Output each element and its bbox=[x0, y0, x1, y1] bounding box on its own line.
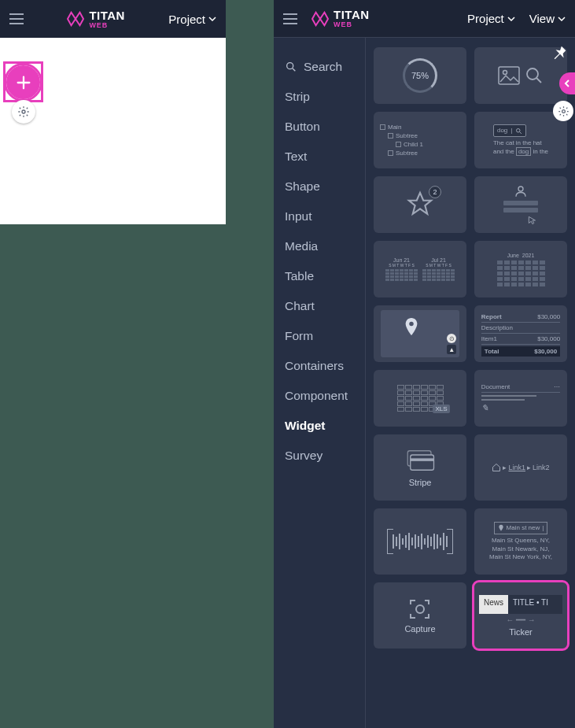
hamburger-icon[interactable] bbox=[283, 13, 297, 24]
category-survey[interactable]: Survey bbox=[285, 441, 365, 471]
user-icon bbox=[514, 184, 528, 198]
settings-button-left[interactable] bbox=[12, 100, 35, 124]
svg-rect-13 bbox=[411, 458, 434, 461]
svg-point-4 bbox=[503, 71, 507, 75]
gear-icon bbox=[17, 105, 30, 118]
view-dropdown[interactable]: View bbox=[529, 12, 566, 25]
image-icon bbox=[498, 66, 520, 85]
widget-grid: 75% Main Subtree Child 1 Subtree dog| bbox=[366, 38, 575, 728]
chevron-down-icon bbox=[558, 17, 566, 21]
settings-button-right[interactable] bbox=[553, 101, 573, 121]
cursor-icon bbox=[527, 215, 538, 226]
left-header: TITAN WEB Project bbox=[0, 0, 226, 38]
category-table[interactable]: Table bbox=[285, 261, 365, 291]
svg-line-8 bbox=[520, 131, 522, 133]
category-strip[interactable]: Strip bbox=[285, 82, 365, 112]
svg-rect-12 bbox=[411, 455, 434, 470]
pin-icon bbox=[551, 44, 569, 61]
right-panel: TITAN WEB Project View Search Strip Butt… bbox=[274, 0, 575, 728]
svg-point-5 bbox=[527, 68, 538, 79]
widget-login[interactable] bbox=[474, 176, 567, 233]
widget-label: Stripe bbox=[409, 478, 432, 487]
project-dropdown[interactable]: Project bbox=[467, 12, 515, 25]
widget-tree[interactable]: Main Subtree Child 1 Subtree bbox=[374, 112, 466, 168]
category-shape[interactable]: Shape bbox=[285, 172, 365, 201]
category-chart[interactable]: Chart bbox=[285, 291, 365, 321]
svg-point-14 bbox=[416, 605, 424, 613]
widget-label: Ticker bbox=[509, 627, 533, 637]
logo-icon bbox=[67, 11, 84, 27]
hamburger-icon[interactable] bbox=[9, 13, 24, 24]
search-icon bbox=[515, 127, 522, 135]
add-button[interactable] bbox=[6, 65, 40, 99]
canvas[interactable] bbox=[0, 38, 226, 224]
logo: TITAN WEB bbox=[67, 9, 125, 29]
logo-icon bbox=[311, 11, 329, 27]
plus-icon bbox=[15, 74, 32, 91]
widget-ticker[interactable]: News TITLE • TI ← ━━ → Ticker bbox=[474, 582, 567, 649]
widget-breadcrumb[interactable]: ▸Link1▸Link2 bbox=[474, 434, 567, 501]
chevron-left-icon bbox=[564, 79, 570, 88]
chevron-down-icon bbox=[507, 17, 515, 21]
widget-stripe[interactable]: Stripe bbox=[374, 434, 466, 501]
category-text[interactable]: Text bbox=[285, 142, 365, 172]
category-form[interactable]: Form bbox=[285, 321, 365, 351]
project-dropdown[interactable]: Project bbox=[168, 13, 216, 26]
chevron-down-icon bbox=[208, 17, 216, 21]
home-icon bbox=[492, 463, 501, 472]
svg-point-0 bbox=[22, 110, 25, 113]
pin-button[interactable] bbox=[551, 44, 569, 61]
svg-point-7 bbox=[517, 128, 521, 132]
widget-label: Capture bbox=[404, 624, 435, 634]
logo: TITAN WEB bbox=[311, 9, 370, 28]
widget-document[interactable]: Document⋯ ✎ bbox=[474, 370, 567, 427]
gear-icon bbox=[558, 105, 569, 117]
widget-date-range[interactable]: Jun 21 S M T W T F S Jul 21 S M T W T F … bbox=[374, 241, 466, 297]
logo-subtext: WEB bbox=[89, 21, 125, 29]
logo-subtext: WEB bbox=[334, 20, 370, 28]
map-pin-icon bbox=[403, 316, 420, 338]
logo-text: TITAN bbox=[89, 9, 125, 21]
svg-line-6 bbox=[536, 78, 541, 83]
widget-spreadsheet[interactable]: XLS bbox=[374, 370, 466, 427]
logo-text: TITAN bbox=[334, 9, 370, 20]
category-media[interactable]: Media bbox=[285, 231, 365, 261]
category-search[interactable]: Search bbox=[285, 52, 365, 82]
widget-map[interactable]: ⊙ ▲ bbox=[374, 305, 466, 362]
widget-calendar[interactable]: June 2021 bbox=[474, 241, 567, 297]
widget-capture[interactable]: Capture bbox=[374, 582, 466, 649]
category-list: Search Strip Button Text Shape Input Med… bbox=[274, 38, 366, 728]
search-icon bbox=[285, 61, 297, 73]
progress-ring-icon: 75% bbox=[403, 58, 437, 93]
category-containers[interactable]: Containers bbox=[285, 351, 365, 381]
map-pin-icon bbox=[498, 524, 504, 532]
widget-rating[interactable]: 2 bbox=[374, 176, 466, 233]
right-header: TITAN WEB Project View bbox=[274, 0, 575, 38]
svg-point-9 bbox=[518, 187, 523, 191]
svg-rect-3 bbox=[499, 67, 519, 84]
svg-line-2 bbox=[293, 68, 295, 71]
capture-icon bbox=[408, 597, 432, 621]
category-widget[interactable]: Widget bbox=[285, 411, 365, 441]
svg-point-10 bbox=[409, 322, 414, 327]
magnify-icon bbox=[525, 66, 544, 85]
svg-point-1 bbox=[287, 63, 293, 69]
widget-address[interactable]: Main st new| Main St Queens, NY, Main St… bbox=[474, 508, 567, 575]
widget-report[interactable]: Report$30,000 Description Item1$30,000 T… bbox=[474, 305, 567, 362]
credit-cards-icon bbox=[404, 448, 437, 473]
svg-point-15 bbox=[562, 109, 565, 113]
widget-barcode[interactable] bbox=[374, 508, 466, 575]
widget-find-replace[interactable]: dog| The cat in the hat and the dog in t… bbox=[474, 112, 567, 168]
widget-progress[interactable]: 75% bbox=[374, 47, 466, 104]
category-input[interactable]: Input bbox=[285, 201, 365, 231]
collapse-button[interactable] bbox=[559, 72, 575, 94]
category-button[interactable]: Button bbox=[285, 112, 365, 142]
category-component[interactable]: Component bbox=[285, 381, 365, 411]
